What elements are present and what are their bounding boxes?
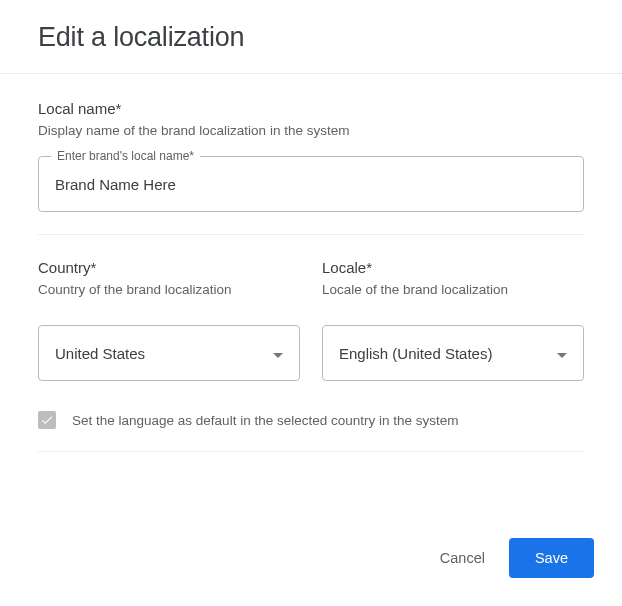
save-button[interactable]: Save xyxy=(509,538,594,578)
local-name-label: Local name* xyxy=(38,100,584,117)
locale-label: Locale* xyxy=(322,259,584,276)
dialog-body: Local name* Display name of the brand lo… xyxy=(0,74,622,538)
country-select[interactable]: United States xyxy=(38,325,300,381)
dialog-title: Edit a localization xyxy=(38,22,584,53)
locale-select[interactable]: English (United States) xyxy=(322,325,584,381)
section-divider-2 xyxy=(38,451,584,452)
local-name-floating-label: Enter brand's local name* xyxy=(51,149,200,163)
country-section: Country* Country of the brand localizati… xyxy=(38,259,300,381)
dialog-footer: Cancel Save xyxy=(0,538,622,606)
local-name-section: Local name* Display name of the brand lo… xyxy=(38,100,584,212)
locale-hint: Locale of the brand localization xyxy=(322,282,584,297)
local-name-input[interactable] xyxy=(55,176,567,193)
local-name-field[interactable]: Enter brand's local name* xyxy=(38,156,584,212)
country-value: United States xyxy=(55,345,273,362)
section-divider-1 xyxy=(38,234,584,235)
default-language-row[interactable]: Set the language as default in the selec… xyxy=(38,411,584,429)
chevron-down-icon xyxy=(557,344,567,362)
locale-section: Locale* Locale of the brand localization… xyxy=(322,259,584,381)
default-language-label: Set the language as default in the selec… xyxy=(72,413,459,428)
check-icon xyxy=(40,413,54,427)
dialog-header: Edit a localization xyxy=(0,0,622,73)
default-language-checkbox[interactable] xyxy=(38,411,56,429)
local-name-hint: Display name of the brand localization i… xyxy=(38,123,584,138)
country-label: Country* xyxy=(38,259,300,276)
country-hint: Country of the brand localization xyxy=(38,282,300,297)
country-locale-row: Country* Country of the brand localizati… xyxy=(38,259,584,381)
chevron-down-icon xyxy=(273,344,283,362)
cancel-button[interactable]: Cancel xyxy=(436,540,489,576)
locale-value: English (United States) xyxy=(339,345,557,362)
edit-localization-dialog: Edit a localization Local name* Display … xyxy=(0,0,622,606)
